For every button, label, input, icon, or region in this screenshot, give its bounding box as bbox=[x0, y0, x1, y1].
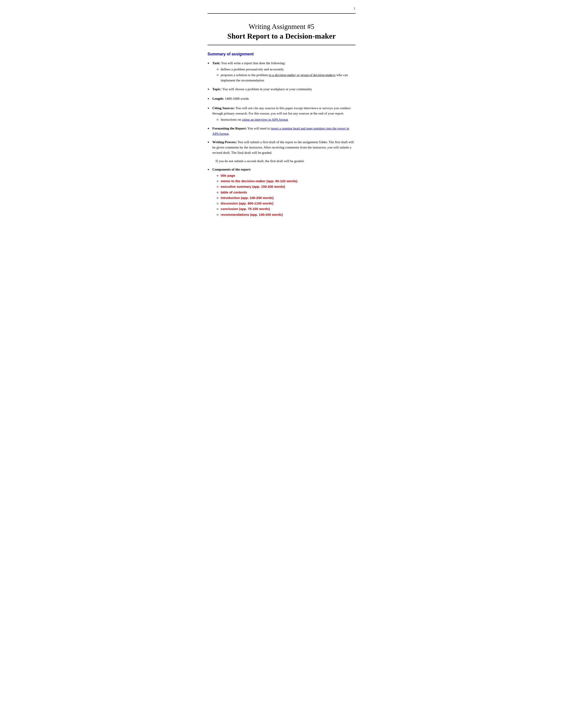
formatting-content: Formatting the Report: You will need to … bbox=[212, 126, 356, 136]
content: • Task: You will write a report that doe… bbox=[207, 60, 356, 218]
sub-bullet-comp-4: o bbox=[217, 190, 218, 195]
components-sublist: o title page o memo to the decision-make… bbox=[212, 173, 356, 217]
bullet-length: • bbox=[207, 96, 209, 102]
citing-sub-1: o Instructions on citing an interview in… bbox=[217, 117, 356, 122]
citing-sublist: o Instructions on citing an interview in… bbox=[212, 117, 356, 122]
sub-bullet-comp-2: o bbox=[217, 178, 218, 184]
bullet-task: • bbox=[207, 60, 209, 67]
comp-4-text: table of contents bbox=[220, 190, 247, 195]
component-table-of-contents: o table of contents bbox=[217, 190, 356, 195]
page: 1 Writing Assignment #5 Short Report to … bbox=[188, 0, 375, 243]
sub-bullet-2: o bbox=[217, 72, 218, 77]
list-item-components: • Components of the report: o title page… bbox=[207, 167, 356, 218]
title-section: Writing Assignment #5 Short Report to a … bbox=[207, 23, 356, 40]
list-item-length: • Length: 1400-1600 words bbox=[207, 96, 356, 102]
component-discussion: o discussion (app. 900-1100 words) bbox=[217, 201, 356, 206]
italic-underline-text: to a decision-maker or group of decision… bbox=[269, 73, 336, 77]
component-executive-summary: o executive summary (app. 150-200 words) bbox=[217, 184, 356, 189]
bullet-formatting: • bbox=[207, 125, 209, 132]
sub-bullet-comp-3: o bbox=[217, 184, 218, 189]
list-item-topic: • Topic: You will choose a problem in yo… bbox=[207, 86, 356, 93]
citing-content: Citing Sources: You will not cite any so… bbox=[212, 105, 356, 123]
main-list: • Task: You will write a report that doe… bbox=[207, 60, 356, 155]
formatting-label: Formatting the Report: bbox=[212, 126, 247, 130]
comp-6-text: discussion (app. 900-1100 words) bbox=[220, 201, 273, 206]
list-item-task: • Task: You will write a report that doe… bbox=[207, 60, 356, 83]
formatting-text-after: . bbox=[229, 132, 229, 135]
task-sub-1: o defines a problem persuasively and acc… bbox=[217, 67, 356, 72]
comp-1-text: title page bbox=[220, 173, 235, 178]
comp-3-text: executive summary (app. 150-200 words) bbox=[220, 184, 285, 189]
title-line2: Short Report to a Decision-maker bbox=[207, 32, 356, 40]
sub-bullet-1: o bbox=[217, 67, 218, 72]
components-list: • Components of the report: o title page… bbox=[207, 167, 356, 218]
length-text: 1400-1600 words bbox=[224, 97, 249, 100]
length-content: Length: 1400-1600 words bbox=[212, 96, 356, 101]
components-content: Components of the report: o title page o… bbox=[212, 167, 356, 218]
top-rule bbox=[207, 13, 356, 14]
citing-label: Citing Sources: bbox=[212, 106, 235, 110]
sub-bullet-comp-6: o bbox=[217, 201, 218, 206]
comp-5-text: introduction (app. 100-200 words) bbox=[220, 195, 273, 200]
component-conclusion: o conclusion (app. 75-100 words) bbox=[217, 206, 356, 211]
extra-paragraph: If you do not submit a second draft, the… bbox=[215, 158, 356, 164]
bullet-topic: • bbox=[207, 86, 209, 93]
task-sublist: o defines a problem persuasively and acc… bbox=[212, 67, 356, 83]
component-title-page: o title page bbox=[217, 173, 356, 178]
component-memo: o memo to the decision-maker (app. 80-12… bbox=[217, 178, 356, 184]
page-number: 1 bbox=[354, 7, 356, 10]
task-content: Task: You will write a report that does … bbox=[212, 60, 356, 83]
section-heading: Summary of assignment bbox=[207, 52, 356, 56]
component-recommendations: o recommendations (app. 100-200 words) bbox=[217, 212, 356, 217]
sub-bullet-citing: o bbox=[217, 117, 218, 122]
list-item-citing: • Citing Sources: You will not cite any … bbox=[207, 105, 356, 123]
task-text: You will write a report that does the fo… bbox=[220, 61, 285, 65]
bullet-citing: • bbox=[207, 105, 209, 112]
apa-interview-link[interactable]: citing an interview in APA format bbox=[242, 118, 288, 121]
bullet-writing: • bbox=[207, 139, 209, 146]
length-label: Length: bbox=[212, 97, 224, 100]
comp-2-text: memo to the decision-maker (app. 80-120 … bbox=[220, 178, 298, 184]
title-line1: Writing Assignment #5 bbox=[207, 23, 356, 31]
components-label: Components of the report: bbox=[212, 167, 251, 171]
component-introduction: o introduction (app. 100-200 words) bbox=[217, 195, 356, 200]
sub-bullet-comp-8: o bbox=[217, 212, 218, 217]
sub-bullet-comp-5: o bbox=[217, 195, 218, 200]
list-item-writing: • Writing Process: You will submit a fir… bbox=[207, 139, 356, 155]
task-sub-1-text: defines a problem persuasively and accur… bbox=[220, 67, 284, 72]
task-label: Task: bbox=[212, 61, 220, 65]
comp-8-text: recommendations (app. 100-200 words) bbox=[220, 212, 283, 217]
list-item-formatting: • Formatting the Report: You will need t… bbox=[207, 126, 356, 136]
title-rule bbox=[207, 45, 356, 45]
topic-label: Topic: bbox=[212, 87, 222, 91]
formatting-text-before: You will need to bbox=[247, 126, 271, 130]
topic-text: You will choose a problem in your workpl… bbox=[221, 87, 312, 91]
task-sub-2-text: proposes a solution to the problem to a … bbox=[220, 72, 356, 83]
topic-content: Topic: You will choose a problem in your… bbox=[212, 86, 356, 92]
sub-bullet-comp-7: o bbox=[217, 206, 218, 211]
sub-bullet-comp-1: o bbox=[217, 173, 218, 178]
bullet-components: • bbox=[207, 166, 209, 173]
task-sub-2: o proposes a solution to the problem to … bbox=[217, 72, 356, 83]
writing-label: Writing Process: bbox=[212, 140, 237, 144]
comp-7-text: conclusion (app. 75-100 words) bbox=[220, 206, 270, 211]
writing-content: Writing Process: You will submit a first… bbox=[212, 139, 356, 155]
citing-sub-text: Instructions on citing an interview in A… bbox=[220, 117, 288, 122]
